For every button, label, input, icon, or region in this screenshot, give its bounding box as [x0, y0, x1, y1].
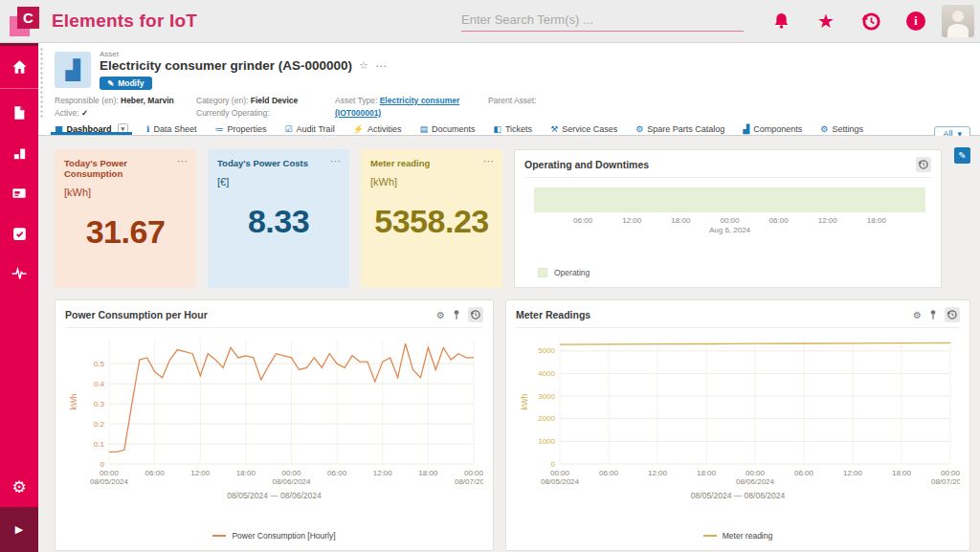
- svg-text:0: 0: [100, 460, 105, 469]
- svg-text:08/07/2024: 08/07/2024: [931, 477, 960, 486]
- audit-icon: ☑: [285, 124, 293, 134]
- pin-icon[interactable]: [453, 309, 460, 320]
- sidebar-item-documents[interactable]: [0, 93, 38, 133]
- modify-label: Modify: [118, 78, 144, 88]
- operating-legend[interactable]: Operating: [524, 268, 931, 279]
- drag-handle[interactable]: [39, 47, 45, 120]
- legend-label: Operating: [554, 268, 590, 277]
- responsible-value: Heber, Marvin: [121, 96, 174, 105]
- tab-activities[interactable]: ⚡Activities: [353, 123, 402, 135]
- svg-text:12:00: 12:00: [843, 469, 863, 477]
- bell-icon[interactable]: [770, 11, 791, 32]
- edit-dashboard-button[interactable]: ✎: [954, 147, 970, 164]
- panel-title: Meter Readings: [516, 309, 590, 320]
- active-label: Active:: [55, 108, 79, 118]
- global-search[interactable]: [461, 11, 744, 32]
- elements-for-iot-app: C Elements for IoT ★ i: [0, 0, 980, 552]
- sidebar-nav: ⚙ ▶: [0, 43, 38, 552]
- kpi-unit: [kWh]: [370, 176, 493, 188]
- asset-title: Electricity consumer grinder (AS-000000): [100, 58, 352, 73]
- asset-menu-icon[interactable]: ⋯: [375, 59, 388, 73]
- sidebar-item-settings[interactable]: ⚙: [0, 467, 38, 507]
- tab-label: Properties: [228, 124, 267, 134]
- tab-data-sheet[interactable]: ℹData Sheet: [146, 123, 196, 135]
- sidebar-item-activity[interactable]: [0, 254, 38, 294]
- sidebar-item-tasks[interactable]: [0, 213, 38, 254]
- pin-icon[interactable]: [929, 309, 937, 320]
- pulse-icon: [11, 267, 28, 280]
- history-icon[interactable]: [860, 11, 881, 32]
- kpi-meter-reading: Meter reading ⋯ [kWh] 5358.23: [361, 149, 502, 288]
- meter-readings-chart[interactable]: 010002000300040005000kWh00:0008/05/20240…: [516, 328, 960, 493]
- kpi-menu-icon[interactable]: ⋯: [177, 155, 188, 167]
- sidebar-item-assets[interactable]: [0, 133, 38, 173]
- kpi-title: Meter reading: [370, 158, 493, 168]
- legend-swatch: [538, 268, 547, 277]
- kpi-value: 31.67: [64, 213, 187, 251]
- app-logo[interactable]: C: [10, 7, 39, 36]
- header-icons: ★ i: [770, 11, 926, 32]
- axis-tick-label: 06:00: [573, 216, 592, 225]
- dashboard-icon: ▦: [55, 124, 63, 134]
- kpi-title: Today's Power Consumption: [64, 158, 187, 179]
- kpi-unit: [€]: [217, 176, 340, 188]
- legend-swatch: [212, 535, 226, 537]
- pencil-icon: ✎: [107, 78, 114, 88]
- tickets-icon: ◧: [493, 124, 501, 134]
- tab-spare-parts-catalog[interactable]: ⚙Spare Parts Catalog: [635, 123, 724, 135]
- sidebar-expand-button[interactable]: ▶: [0, 507, 38, 552]
- category-label: Category (en):: [196, 96, 248, 105]
- user-avatar[interactable]: [942, 5, 974, 37]
- tab-settings[interactable]: ⚙Settings: [820, 123, 863, 135]
- info-icon: ℹ: [146, 124, 149, 134]
- svg-text:0: 0: [551, 460, 556, 469]
- asset-kind-label: Asset: [100, 50, 388, 58]
- operating-timeline-bar[interactable]: [534, 188, 925, 212]
- history-icon[interactable]: [468, 307, 483, 322]
- tab-dashboard[interactable]: ▦ Dashboard ▾: [55, 123, 128, 135]
- sidebar-item-home[interactable]: [0, 46, 38, 89]
- gear-icon[interactable]: ⚙: [913, 310, 922, 320]
- tab-components[interactable]: ▟Components: [743, 123, 802, 135]
- dashboard-dropdown-caret[interactable]: ▾: [118, 123, 129, 135]
- x-axis-range-label: 08/05/2024 — 08/06/2024: [65, 491, 483, 500]
- svg-text:18:00: 18:00: [892, 469, 912, 477]
- axis-tick-label: 00:00: [720, 216, 739, 225]
- info-icon[interactable]: i: [905, 11, 926, 32]
- check-square-icon: [11, 226, 28, 242]
- tab-service-cases[interactable]: ⚒Service Cases: [550, 123, 617, 135]
- service-icon: ⚒: [550, 124, 558, 134]
- properties-icon: ≔: [215, 124, 224, 134]
- tab-documents[interactable]: ▤Documents: [419, 123, 475, 135]
- meter-readings-panel: Meter Readings ⚙ 010002000300040005000kW…: [505, 299, 970, 551]
- svg-text:18:00: 18:00: [418, 469, 438, 477]
- history-icon[interactable]: [916, 157, 931, 172]
- modify-button[interactable]: ✎ Modify: [100, 77, 152, 90]
- meter-legend[interactable]: Meter reading: [516, 531, 960, 542]
- favorite-star-icon[interactable]: ☆: [359, 59, 368, 72]
- tab-properties[interactable]: ≔Properties: [215, 123, 267, 135]
- svg-text:08/07/2024: 08/07/2024: [455, 477, 483, 486]
- gear-icon[interactable]: ⚙: [436, 310, 445, 320]
- history-icon[interactable]: [945, 307, 960, 322]
- kpi-menu-icon[interactable]: ⋯: [483, 155, 494, 167]
- logo-letter: C: [17, 7, 39, 29]
- sidebar-item-cards[interactable]: [0, 173, 38, 213]
- kpi-menu-icon[interactable]: ⋯: [330, 155, 341, 167]
- search-input[interactable]: [461, 11, 744, 31]
- home-icon: [11, 58, 29, 76]
- favorites-star-icon[interactable]: ★: [815, 11, 836, 32]
- currently-operating-label: Currently Operating:: [196, 108, 270, 118]
- expand-arrow-icon: ▶: [15, 523, 23, 536]
- axis-tick-label: 12:00: [622, 216, 641, 225]
- svg-text:08/05/2024: 08/05/2024: [90, 477, 129, 486]
- gear-icon: ⚙: [11, 477, 26, 497]
- svg-text:08/06/2024: 08/06/2024: [272, 477, 311, 486]
- power-consumption-chart[interactable]: 00.10.20.30.40.5kWh00:0008/05/202406:001…: [65, 328, 483, 493]
- power-legend[interactable]: Power Consumption [Hourly]: [65, 531, 483, 542]
- tab-audit-trail[interactable]: ☑Audit Trail: [285, 123, 335, 135]
- tab-tickets[interactable]: ◧Tickets: [493, 123, 532, 135]
- tab-label: Activities: [368, 124, 402, 134]
- svg-text:0.3: 0.3: [94, 400, 105, 408]
- timeline-axis: Aug 6, 2024 06:0012:0018:0000:0006:0012:…: [534, 214, 925, 226]
